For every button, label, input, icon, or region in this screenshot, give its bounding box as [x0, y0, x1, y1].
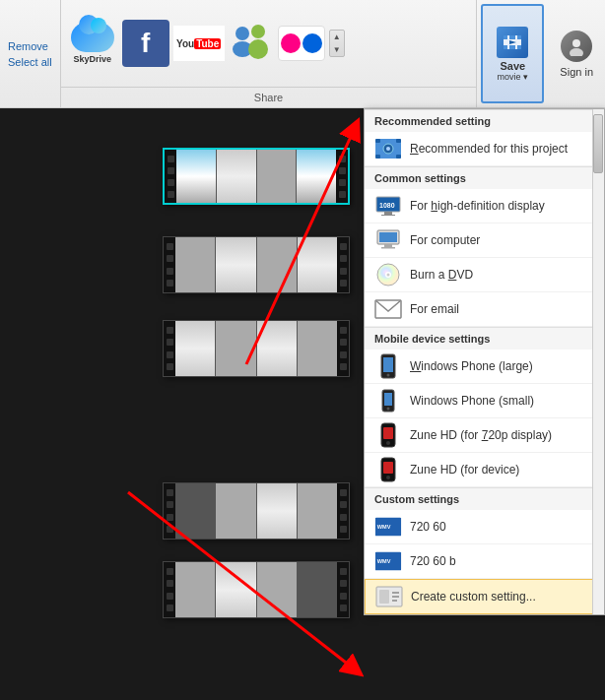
skydrive-label: SkyDrive [73, 54, 111, 64]
skydrive-icon [71, 23, 114, 52]
frame-cell [298, 237, 337, 292]
svg-point-41 [387, 408, 390, 411]
perf [340, 339, 347, 346]
frame-cell [175, 562, 215, 617]
scroll-thumb[interactable] [593, 114, 603, 173]
frame-cell [257, 321, 297, 376]
svg-rect-6 [509, 35, 515, 39]
svg-point-0 [235, 27, 249, 40]
menu-item-computer-label: For computer [410, 233, 480, 247]
save-dropdown-arrow[interactable]: movie ▾ [498, 72, 529, 82]
frame-cell [216, 321, 255, 376]
menu-item-dvd[interactable]: Burn a DVD [365, 258, 604, 292]
frame-cell [216, 562, 255, 617]
perf [340, 593, 347, 600]
menu-item-create-custom-label: Create custom setting... [411, 590, 536, 604]
people-button[interactable] [229, 20, 274, 68]
perf [340, 489, 347, 496]
save-label: Save [501, 60, 526, 72]
perfs-left-4 [164, 483, 175, 539]
perf [339, 179, 346, 186]
menu-item-create-custom[interactable]: Create custom setting... [365, 579, 604, 614]
perf [167, 243, 173, 250]
svg-point-13 [570, 48, 583, 56]
menu-item-zune-device[interactable]: Zune HD (for device) [365, 453, 604, 487]
svg-point-47 [386, 476, 390, 479]
perfs-right-4 [337, 483, 349, 539]
perf [340, 580, 347, 587]
menu-item-zune-720[interactable]: Zune HD (for 720p display) [365, 418, 604, 453]
dropdown-menu: Recommended setting Recommended for this… [364, 108, 605, 615]
menu-item-email[interactable]: For email [365, 292, 604, 327]
share-scroll-arrows[interactable]: ▲ ▼ [329, 30, 345, 57]
menu-icon-email [374, 298, 402, 320]
frame-cell [298, 321, 337, 376]
dropdown-scrollbar[interactable] [592, 109, 604, 614]
svg-point-2 [251, 25, 265, 38]
share-label: Share [61, 87, 477, 107]
menu-item-wp-large[interactable]: Windows Phone (large) [365, 350, 604, 384]
perf [340, 327, 347, 334]
film-strip-box-1 [163, 148, 350, 205]
skydrive-button[interactable]: SkyDrive [67, 18, 118, 69]
svg-rect-7 [517, 35, 521, 39]
menu-item-wp-small[interactable]: Windows Phone (small) [365, 384, 604, 418]
svg-rect-8 [504, 45, 507, 49]
menu-icon-wp-small [374, 390, 402, 412]
menu-item-computer[interactable]: For computer [365, 223, 604, 258]
frame-cell [175, 483, 215, 539]
perfs-right-1 [336, 150, 348, 203]
film-strip-3 [163, 320, 350, 377]
frame-cell [297, 150, 336, 203]
section-header-custom: Custom settings [365, 487, 604, 510]
scroll-down-arrow[interactable]: ▼ [330, 43, 344, 56]
frame-cell [216, 237, 255, 292]
perf [340, 280, 347, 286]
menu-icon-wp-large [374, 355, 402, 377]
menu-item-720-60b[interactable]: WMV 720 60 b [365, 544, 604, 579]
menu-icon-hd: 1080 [374, 195, 402, 217]
menu-item-wp-small-label: Windows Phone (small) [410, 394, 534, 408]
youtube-icon: YouTube [173, 26, 225, 61]
svg-point-38 [387, 374, 390, 377]
section-header-mobile: Mobile device settings [365, 327, 604, 350]
menu-item-hd[interactable]: 1080 For high-definition display [365, 189, 604, 223]
menu-item-720-60[interactable]: WMV 720 60 [365, 510, 604, 544]
remove-button[interactable]: Remove [8, 38, 52, 54]
menu-item-recommended-label: Recommended for this project [410, 142, 568, 156]
film-strip-5 [163, 561, 350, 618]
svg-rect-27 [381, 215, 395, 216]
menu-icon-wmv-2: WMV [374, 550, 402, 572]
perf [340, 351, 347, 358]
perf [340, 363, 347, 370]
save-movie-button[interactable]: Save movie ▾ [481, 4, 544, 103]
perfs-left-5 [164, 562, 175, 617]
frame-cell [175, 321, 215, 376]
svg-rect-46 [383, 462, 393, 474]
signin-section[interactable]: Sign in [548, 0, 605, 107]
select-all-button[interactable]: Select all [8, 54, 52, 70]
film-strip-2 [163, 236, 350, 293]
perf [167, 280, 173, 286]
perf [339, 156, 346, 162]
film-strip-box-2 [163, 236, 350, 293]
perf [340, 268, 347, 275]
flickr-button[interactable] [278, 26, 325, 61]
perfs-right-5 [337, 562, 349, 617]
user-icon [567, 36, 586, 56]
timeline-area [0, 108, 365, 700]
perf [339, 167, 346, 174]
perf [340, 605, 347, 611]
flickr-blue-dot [302, 33, 322, 53]
film-strip-box-3 [163, 320, 350, 377]
menu-item-recommended[interactable]: Recommended for this project [365, 132, 604, 166]
perf [167, 526, 173, 533]
menu-item-720-60-label: 720 60 [410, 520, 446, 534]
frame-area-5 [175, 562, 337, 617]
scroll-up-arrow[interactable]: ▲ [330, 31, 344, 43]
youtube-button[interactable]: YouTube [173, 26, 225, 61]
perf [167, 489, 173, 496]
svg-text:1080: 1080 [379, 202, 395, 209]
facebook-button[interactable]: f [122, 20, 169, 67]
perf [168, 156, 174, 162]
